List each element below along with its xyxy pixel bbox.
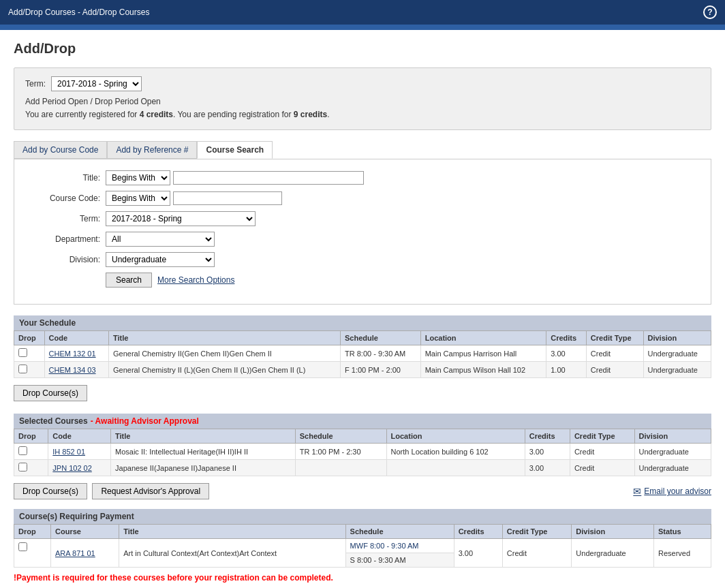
drop-courses-button-advisor[interactable]: Drop Course(s)	[14, 483, 87, 499]
term-label: Term:	[25, 79, 46, 89]
course-credit-type-cell: Credit	[586, 345, 643, 362]
course-schedule-cell: F 1:00 PM - 2:00	[341, 362, 421, 378]
drop-checkbox-cell	[14, 444, 48, 460]
blue-bar	[0, 25, 725, 30]
course-schedule-cell	[295, 460, 386, 476]
breadcrumb-link[interactable]: Add/Drop Courses	[8, 7, 76, 17]
department-row: Department: All	[25, 232, 700, 247]
col-credits: Credits	[546, 331, 587, 345]
requiring-payment-title: Course(s) Requiring Payment	[19, 512, 134, 521]
department-select[interactable]: All	[106, 232, 215, 247]
col-credits: Credits	[454, 525, 502, 539]
col-division: Division	[643, 331, 711, 345]
col-title: Title	[108, 331, 340, 345]
course-code-link[interactable]: JPN 102 02	[52, 464, 91, 472]
course-division-cell: Undergraduate	[643, 345, 711, 362]
tab-add-by-reference[interactable]: Add by Reference #	[107, 141, 197, 159]
course-credits-cell: 1.00	[546, 362, 587, 378]
course-code-link[interactable]: CHEM 134 03	[49, 366, 96, 374]
payment-course-code-cell: ARA 871 01	[51, 539, 119, 568]
drop-checkbox[interactable]	[18, 348, 27, 357]
department-label: Department:	[25, 234, 100, 244]
course-code-cell: JPN 102 02	[48, 460, 111, 476]
payment-credit-type-cell: Credit	[502, 539, 572, 568]
your-schedule-header: Your Schedule	[14, 315, 711, 330]
col-status: Status	[654, 525, 711, 539]
search-term-label: Term:	[25, 214, 100, 223]
table-row: CHEM 134 03 General Chemistry II (L)(Gen…	[14, 362, 711, 378]
division-select[interactable]: Undergraduate Graduate	[106, 252, 215, 267]
request-advisor-button[interactable]: Request Advisor's Approval	[92, 483, 209, 499]
drop-checkbox[interactable]	[18, 365, 27, 373]
course-code-cell: CHEM 134 03	[44, 362, 108, 378]
course-credits-cell: 3.00	[546, 345, 587, 362]
awaiting-header-row: Drop Code Title Schedule Location Credit…	[14, 429, 711, 444]
awaiting-approval-section: Selected Courses - Awaiting Advisor Appr…	[14, 414, 711, 504]
search-term-row: Term: 2017-2018 - Spring 2017-2018 - Fal…	[25, 211, 700, 226]
requiring-payment-section: Course(s) Requiring Payment Drop Course …	[14, 509, 711, 588]
course-credit-type-cell: Credit	[570, 460, 634, 476]
advisor-actions-row: Drop Course(s) Request Advisor's Approva…	[14, 479, 711, 504]
table-row: ARA 871 01 Art in Cultural Context(Art C…	[14, 539, 711, 553]
col-schedule: Schedule	[341, 331, 421, 345]
help-icon[interactable]: ?	[703, 5, 717, 19]
title-row: Title: Begins With Contains Equals	[25, 170, 700, 185]
search-button[interactable]: Search	[106, 273, 152, 288]
course-code-label: Course Code:	[25, 194, 100, 203]
requiring-payment-header: Course(s) Requiring Payment	[14, 509, 711, 524]
term-select[interactable]: 2017-2018 - Spring 2017-2018 - Fall	[51, 76, 142, 91]
course-code-row: Course Code: Begins With Contains Equals	[25, 191, 700, 206]
course-credit-type-cell: Credit	[570, 444, 634, 460]
course-code-link[interactable]: CHEM 132 01	[49, 350, 96, 358]
course-code-operator-select[interactable]: Begins With Contains Equals	[106, 191, 170, 206]
col-drop: Drop	[14, 525, 51, 539]
email-advisor-link[interactable]: ✉ Email your advisor	[633, 486, 711, 497]
course-schedule-cell: TR 8:00 - 9:30 AM	[341, 345, 421, 362]
table-row: IH 852 01 Mosaic II: Intellectual Herita…	[14, 444, 711, 460]
col-schedule: Schedule	[345, 525, 454, 539]
division-label: Division:	[25, 255, 100, 264]
tab-course-search[interactable]: Course Search	[197, 141, 273, 159]
col-credit-type: Credit Type	[586, 331, 643, 345]
payment-status-cell: Reserved	[654, 539, 711, 568]
payment-course-link[interactable]: ARA 871 01	[55, 549, 95, 557]
course-title-cell: Mosaic II: Intellectual Heritage(IH II)I…	[111, 444, 296, 460]
course-division-cell: Undergraduate	[643, 362, 711, 378]
more-search-options-link[interactable]: More Search Options	[157, 275, 234, 285]
current-credits: 4 credits	[140, 110, 173, 119]
col-division: Division	[572, 525, 654, 539]
title-input[interactable]	[173, 171, 364, 185]
course-title-cell: General Chemistry II(Gen Chem II)Gen Che…	[108, 345, 340, 362]
col-title: Title	[111, 429, 296, 444]
your-schedule-section: Your Schedule Drop Code Title Schedule L…	[14, 315, 711, 408]
col-code: Code	[44, 331, 108, 345]
drop-checkbox-cell	[14, 362, 45, 378]
drop-checkbox[interactable]	[18, 446, 27, 455]
tab-add-by-course-code[interactable]: Add by Course Code	[14, 141, 107, 159]
drop-checkbox[interactable]	[18, 463, 27, 471]
course-code-input[interactable]	[173, 191, 282, 205]
awaiting-approval-table: Drop Code Title Schedule Location Credit…	[14, 429, 711, 476]
advisor-btn-group: Drop Course(s) Request Advisor's Approva…	[14, 479, 212, 504]
header: Add/Drop Courses - Add/Drop Courses ?	[0, 0, 725, 25]
col-location: Location	[386, 429, 525, 444]
your-schedule-btn-row: Drop Course(s)	[14, 378, 711, 408]
course-location-cell: North Location building 6 102	[386, 444, 525, 460]
drop-checkbox[interactable]	[18, 542, 27, 551]
pending-credits: 9 credits	[294, 110, 327, 119]
payment-warning: !Payment is required for these courses b…	[14, 573, 711, 583]
drop-courses-button-schedule[interactable]: Drop Course(s)	[14, 385, 87, 401]
course-location-cell: Main Campus Harrison Hall	[420, 345, 546, 362]
tab-bar: Add by Course Code Add by Reference # Co…	[14, 141, 711, 159]
table-row: CHEM 132 01 General Chemistry II(Gen Che…	[14, 345, 711, 362]
search-term-select[interactable]: 2017-2018 - Spring 2017-2018 - Fall 2016…	[106, 211, 256, 226]
course-code-link[interactable]: IH 852 01	[52, 448, 85, 456]
col-credits: Credits	[525, 429, 570, 444]
title-operator-select[interactable]: Begins With Contains Equals	[106, 170, 170, 185]
course-credits-cell: 3.00	[525, 460, 570, 476]
table-row: JPN 102 02 Japanese II(Japanese II)Japan…	[14, 460, 711, 476]
course-credit-type-cell: Credit	[586, 362, 643, 378]
col-schedule: Schedule	[295, 429, 386, 444]
awaiting-approval-header: Selected Courses - Awaiting Advisor Appr…	[14, 414, 711, 429]
payment-course-title-cell: Art in Cultural Context(Art Context)Art …	[119, 539, 345, 568]
